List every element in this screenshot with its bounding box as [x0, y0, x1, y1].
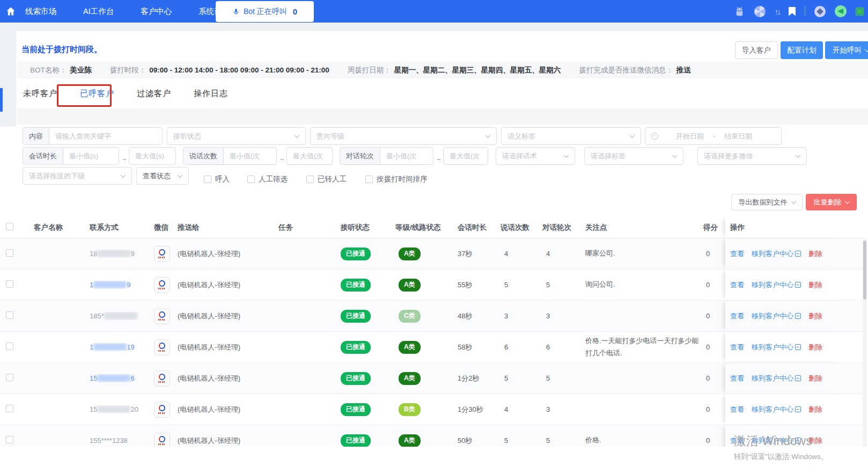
- focus-cell: 价格.: [582, 434, 700, 446]
- phone-cell[interactable]: 119: [86, 343, 150, 351]
- row-checkbox[interactable]: [6, 436, 13, 443]
- phone-cell[interactable]: 156: [86, 374, 150, 382]
- date-range-picker[interactable]: 开始日期 - 结束日期: [645, 127, 782, 145]
- view-status-select[interactable]: 查看状态: [136, 167, 189, 185]
- speak-max-placeholder: 最大值(次: [287, 151, 329, 161]
- move-to-customer-center-link[interactable]: 移到客户中心: [752, 343, 801, 352]
- delete-link[interactable]: 删除: [808, 436, 822, 446]
- session-min-input[interactable]: 最小值(s): [63, 151, 104, 161]
- sort-arrows-icon[interactable]: ↑↓: [775, 7, 779, 16]
- column-header-score: 得分: [700, 223, 725, 232]
- chevron-down-icon: [672, 152, 678, 158]
- checkbox-sort-by-dial-time[interactable]: 按拨打时间排序: [365, 174, 428, 184]
- delete-link[interactable]: 删除: [808, 374, 822, 383]
- speak-min-input[interactable]: 最小值(次: [224, 151, 266, 161]
- phone-cell[interactable]: 155****1238: [86, 436, 150, 445]
- more-wechat-select[interactable]: 请选择更多微信: [697, 147, 807, 165]
- export-data-button[interactable]: 导出数据到文件: [731, 194, 803, 210]
- view-link[interactable]: 查看: [730, 343, 744, 352]
- aperture-icon[interactable]: [754, 6, 766, 17]
- score-cell: 0: [700, 436, 725, 445]
- tag-select[interactable]: 请选择标签: [584, 147, 683, 165]
- chevron-down-icon: [796, 152, 801, 158]
- view-link[interactable]: 查看: [730, 249, 744, 259]
- sidebar-handle[interactable]: [0, 88, 3, 112]
- move-to-customer-center-link[interactable]: 移到客户中心: [752, 405, 801, 414]
- move-to-customer-center-link[interactable]: 移到客户中心: [752, 249, 801, 259]
- row-checkbox[interactable]: [6, 405, 13, 412]
- row-checkbox[interactable]: [6, 374, 13, 381]
- move-to-customer-center-link[interactable]: 移到客户中心: [752, 311, 801, 321]
- tab-filtered-customers[interactable]: 过滤客户: [137, 89, 171, 99]
- wechat-avatar-icon[interactable]: [154, 433, 170, 447]
- nav-item-leads-market[interactable]: 线索市场: [25, 6, 56, 17]
- semantic-tag-select[interactable]: 语义标签: [501, 127, 641, 145]
- rounds-min-input[interactable]: 最小值(次: [380, 151, 422, 161]
- move-to-customer-center-link[interactable]: 移到客户中心: [752, 374, 801, 383]
- compass-icon[interactable]: [814, 6, 826, 17]
- configure-plan-button[interactable]: 配置计划: [781, 41, 823, 59]
- delete-link[interactable]: 删除: [808, 280, 822, 290]
- checkbox-transferred-to-agent[interactable]: 已转人工: [306, 174, 347, 184]
- rounds-max-input[interactable]: 最大值(次: [443, 147, 488, 165]
- wechat-avatar-icon[interactable]: [154, 370, 170, 387]
- listen-status-cell: 已接通: [337, 341, 392, 354]
- delete-link[interactable]: 删除: [808, 405, 822, 414]
- row-select-cell: [0, 249, 30, 258]
- tab-operation-log[interactable]: 操作日志: [194, 89, 228, 99]
- nav-menu: 线索市场 AI工作台 客户中心 系统设置: [25, 0, 230, 23]
- speak-max-input[interactable]: 最大值(次: [286, 147, 333, 165]
- nav-item-ai-workbench[interactable]: AI工作台: [83, 6, 114, 17]
- wechat-avatar-icon[interactable]: [154, 308, 170, 324]
- content-keyword-group: 内容 请输入查询关键字: [23, 127, 163, 145]
- delete-link[interactable]: 删除: [808, 249, 822, 259]
- row-checkbox[interactable]: [6, 249, 13, 257]
- android-icon[interactable]: [734, 6, 745, 17]
- dialog-rounds-group: 对话轮次 最小值(次: [340, 147, 433, 165]
- script-select[interactable]: 请选择话术: [496, 147, 575, 165]
- import-customers-button[interactable]: 导入客户: [735, 41, 778, 59]
- start-call-button[interactable]: 开始呼叫: [825, 41, 868, 59]
- home-icon[interactable]: [5, 6, 16, 19]
- header-select-cell: [0, 223, 30, 232]
- table-scrollbar-thumb[interactable]: [863, 241, 866, 300]
- phone-cell[interactable]: 1520: [86, 405, 150, 413]
- move-to-customer-center-link[interactable]: 移到客户中心: [752, 436, 801, 446]
- column-header-actions: 操作: [725, 217, 841, 238]
- megaphone-icon[interactable]: [835, 5, 847, 17]
- wechat-avatar-icon[interactable]: [154, 277, 170, 293]
- view-link[interactable]: 查看: [730, 311, 744, 321]
- bot-calling-button[interactable]: Bot 正在呼叫 0: [216, 1, 314, 22]
- checkbox-manual-filter[interactable]: 人工筛选: [247, 174, 288, 184]
- move-to-customer-center-link[interactable]: 移到客户中心: [752, 280, 801, 290]
- row-checkbox[interactable]: [6, 280, 13, 288]
- nav-item-customer-center[interactable]: 客户中心: [141, 6, 172, 17]
- phone-cell[interactable]: 189: [86, 250, 150, 258]
- push-subordinate-select[interactable]: 请选择推送的下级: [23, 167, 132, 185]
- delete-link[interactable]: 删除: [808, 343, 822, 352]
- wechat-avatar-icon[interactable]: [154, 402, 170, 418]
- select-all-checkbox[interactable]: [6, 223, 13, 230]
- bookmark-icon[interactable]: [789, 7, 796, 16]
- fullscreen-icon[interactable]: [856, 8, 864, 16]
- nav-divider: [805, 6, 805, 16]
- view-link[interactable]: 查看: [730, 374, 744, 383]
- listen-status-select[interactable]: 接听状态: [167, 127, 306, 145]
- session-max-input[interactable]: 最大值(s): [129, 147, 176, 165]
- row-checkbox[interactable]: [6, 343, 13, 350]
- view-link[interactable]: 查看: [730, 280, 744, 290]
- keyword-input[interactable]: 请输入查询关键字: [49, 132, 117, 141]
- wechat-avatar-icon[interactable]: [154, 339, 170, 355]
- view-link[interactable]: 查看: [730, 405, 744, 414]
- tab-uncalled-customers[interactable]: 未呼客户: [23, 89, 57, 99]
- checkbox-inbound-call[interactable]: 呼入: [204, 174, 230, 184]
- tab-called-customers[interactable]: 已呼客户: [80, 89, 114, 99]
- intent-level-select[interactable]: 意向等级: [310, 127, 497, 145]
- view-link[interactable]: 查看: [730, 436, 744, 446]
- row-checkbox[interactable]: [6, 311, 13, 319]
- batch-delete-button[interactable]: 批量删除: [806, 194, 857, 210]
- delete-link[interactable]: 删除: [808, 311, 822, 321]
- phone-cell[interactable]: 19: [86, 281, 150, 289]
- phone-cell[interactable]: 185*: [86, 312, 150, 320]
- wechat-avatar-icon[interactable]: [154, 246, 170, 262]
